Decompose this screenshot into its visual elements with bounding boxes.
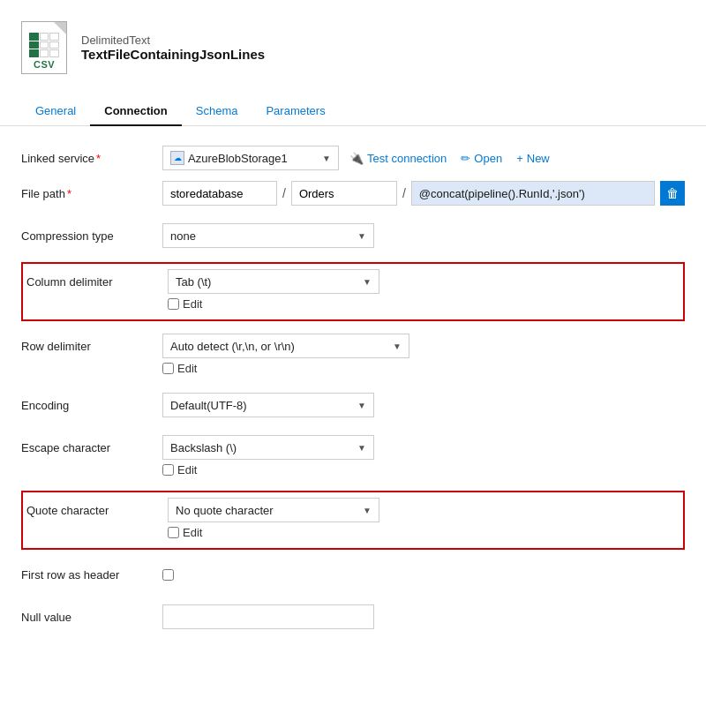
escape-character-row: Escape character Backslash (\) ▼ [21, 432, 685, 463]
plug-icon: 🔌 [349, 152, 364, 165]
file-path-part2[interactable] [291, 181, 397, 206]
file-path-row: File path* / / 🗑 [21, 177, 685, 209]
file-path-dynamic[interactable] [411, 181, 655, 206]
file-path-label: File path* [21, 187, 162, 200]
quote-character-controls: No quote character ▼ [168, 498, 680, 522]
row-delimiter-edit-row: Edit [162, 362, 685, 375]
column-delimiter-row: Column delimiter Tab (\t) ▼ [26, 266, 680, 297]
encoding-label: Encoding [21, 399, 162, 412]
type-name: DelimitedText [81, 34, 265, 47]
first-row-header-controls [162, 569, 685, 581]
linked-service-controls: ☁ AzureBlobStorage1 ▼ 🔌 Test connection … [162, 146, 685, 170]
escape-character-edit-checkbox[interactable]: Edit [162, 463, 197, 477]
escape-character-controls: Backslash (\) ▼ [162, 435, 685, 460]
storage-icon: ☁ [170, 151, 184, 165]
quote-character-edit-checkbox[interactable]: Edit [168, 526, 202, 539]
first-row-header-checkbox[interactable] [162, 569, 174, 581]
dropdown-arrow-icon: ▼ [363, 277, 372, 287]
dropdown-arrow-icon: ▼ [357, 231, 366, 241]
dropdown-arrow-icon: ▼ [393, 341, 402, 351]
tab-parameters[interactable]: Parameters [252, 97, 339, 126]
null-value-row: Null value [21, 601, 685, 633]
escape-character-label: Escape character [21, 441, 162, 454]
row-delimiter-checkbox[interactable] [162, 363, 174, 374]
null-value-label: Null value [21, 611, 162, 624]
edit-icon: ✏ [461, 152, 470, 165]
header-text: DelimitedText TextFileContainingJsonLine… [81, 34, 265, 62]
column-delimiter-label: Column delimiter [26, 275, 168, 289]
compression-type-dropdown[interactable]: none ▼ [162, 223, 374, 248]
csv-label: CSV [34, 59, 55, 70]
test-connection-button[interactable]: 🔌 Test connection [346, 152, 450, 165]
quote-character-wrapper: Quote character No quote character ▼ Edi… [21, 491, 685, 550]
main-panel: CSV DelimitedText TextFileContainingJson… [0, 0, 706, 728]
form-area: Linked service* ☁ AzureBlobStorage1 ▼ 🔌 … [0, 126, 706, 652]
dataset-name: TextFileContainingJsonLines [81, 47, 265, 62]
escape-character-checkbox[interactable] [162, 464, 174, 476]
plus-icon: + [516, 152, 523, 165]
quote-character-row: Quote character No quote character ▼ [26, 494, 680, 526]
tabs-bar: General Connection Schema Parameters [0, 97, 706, 126]
row-delimiter-controls: Auto detect (\r,\n, or \r\n) ▼ [162, 334, 685, 358]
quote-character-label: Quote character [26, 504, 168, 517]
compression-type-label: Compression type [21, 229, 162, 243]
dropdown-arrow-icon: ▼ [357, 443, 366, 453]
quote-character-checkbox[interactable] [168, 527, 179, 538]
encoding-controls: Default(UTF-8) ▼ [162, 393, 685, 417]
compression-type-row: Compression type none ▼ [21, 220, 685, 251]
row-delimiter-label: Row delimiter [21, 340, 162, 353]
dropdown-arrow-icon: ▼ [357, 401, 366, 410]
open-button[interactable]: ✏ Open [457, 152, 506, 165]
encoding-row: Encoding Default(UTF-8) ▼ [21, 389, 685, 421]
row-delimiter-row: Row delimiter Auto detect (\r,\n, or \r\… [21, 330, 685, 362]
column-delimiter-wrapper: Column delimiter Tab (\t) ▼ Edit [21, 262, 685, 321]
tab-general[interactable]: General [21, 97, 90, 126]
linked-service-row: Linked service* ☁ AzureBlobStorage1 ▼ 🔌 … [21, 142, 685, 174]
new-button[interactable]: + New [513, 152, 553, 165]
encoding-dropdown[interactable]: Default(UTF-8) ▼ [162, 393, 374, 417]
delete-path-button[interactable]: 🗑 [660, 181, 685, 206]
null-value-input[interactable] [162, 604, 374, 629]
dropdown-arrow-icon: ▼ [363, 506, 372, 515]
row-delimiter-dropdown[interactable]: Auto detect (\r,\n, or \r\n) ▼ [162, 334, 409, 358]
header-area: CSV DelimitedText TextFileContainingJson… [0, 0, 706, 79]
trash-icon: 🗑 [666, 186, 679, 200]
column-delimiter-checkbox[interactable] [168, 298, 179, 310]
column-delimiter-edit-row: Edit [168, 297, 680, 311]
quote-character-dropdown[interactable]: No quote character ▼ [168, 498, 379, 522]
file-path-part1[interactable] [162, 181, 277, 206]
quote-character-edit-row: Edit [168, 526, 680, 539]
file-path-controls: / / 🗑 [162, 181, 685, 206]
first-row-header-label: First row as header [21, 568, 162, 582]
escape-character-edit-row: Edit [162, 463, 685, 477]
linked-service-dropdown[interactable]: ☁ AzureBlobStorage1 ▼ [162, 146, 339, 170]
first-row-header-row: First row as header [21, 559, 685, 590]
path-separator-1: / [282, 186, 286, 200]
path-separator-2: / [402, 186, 406, 200]
column-delimiter-edit-checkbox[interactable]: Edit [168, 297, 202, 311]
escape-character-dropdown[interactable]: Backslash (\) ▼ [162, 435, 374, 460]
dropdown-arrow-icon: ▼ [322, 154, 331, 163]
compression-type-controls: none ▼ [162, 223, 685, 248]
column-delimiter-controls: Tab (\t) ▼ [168, 269, 680, 294]
tab-schema[interactable]: Schema [182, 97, 252, 126]
tab-connection[interactable]: Connection [90, 97, 182, 126]
row-delimiter-edit-checkbox[interactable]: Edit [162, 362, 197, 375]
null-value-controls [162, 604, 685, 629]
linked-service-label: Linked service* [21, 152, 162, 165]
column-delimiter-dropdown[interactable]: Tab (\t) ▼ [168, 269, 379, 294]
dataset-icon: CSV [21, 21, 67, 74]
